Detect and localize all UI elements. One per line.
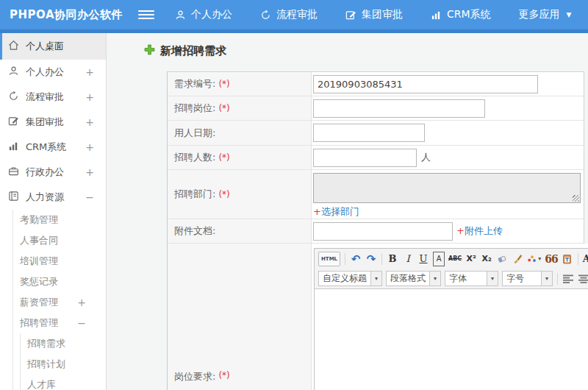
strikethrough-button[interactable]: ABC [448,252,462,266]
topnav-group-approval[interactable]: 集团审批 [345,8,403,21]
chart-icon [8,141,19,154]
headcount-unit: 人 [421,151,431,164]
department-textarea[interactable] [313,173,581,203]
edit-icon [8,116,19,129]
caret-down-icon: ▼ [567,11,572,18]
expander-plus[interactable]: + [85,91,94,103]
subscript-button[interactable]: X₂ [481,252,492,266]
editor-toolbar-1: HTML ↶ ↷ B I U A ABC X² X₂ [315,249,588,269]
position-input[interactable] [313,99,485,118]
source-code-button[interactable]: HTML [318,252,340,266]
font-family-select[interactable]: 字体▾ [445,271,498,286]
process-icon [8,91,19,104]
user-icon [175,10,186,21]
undo-icon[interactable]: ↶ [350,252,362,266]
recruit-request-form: 需求编号:(*) 招聘岗位:(*) 用人日期: 招聘人数:(*) 人 [167,71,584,390]
expander-plus[interactable]: + [85,66,94,78]
topbar: PHPOA协同办公软件 个人办公 流程审批 集团审批 [0,0,588,33]
select-department-link[interactable]: +选择部门 [313,205,359,219]
redo-icon[interactable]: ↷ [365,252,377,266]
top-nav: 个人办公 流程审批 集团审批 CRM系统 更多应用 [175,8,572,21]
sidebar-item-personnel-contract[interactable]: 人事合同 [13,230,106,251]
request-number-input[interactable] [313,75,538,93]
main-content: 新增招聘需求 需求编号:(*) 招聘岗位:(*) 用人日期: 招聘人数:(*) [107,33,588,390]
sidebar-item-crm[interactable]: CRM系统 + [0,135,106,160]
caret-down-icon: ▾ [538,255,541,262]
resize-grip[interactable] [573,195,579,202]
superscript-button[interactable]: X² [465,252,477,266]
custom-heading-select[interactable]: 自定义标题▾ [318,271,382,286]
recruitment-submenu: 招聘需求 招聘计划 人才库 [20,333,106,390]
topnav-personal-office[interactable]: 个人办公 [175,8,232,21]
expander-minus[interactable]: − [85,191,94,203]
menu-toggle-icon[interactable] [138,10,154,19]
paste-plain-icon[interactable] [562,252,573,266]
hr-book-icon [8,191,19,204]
sidebar-item-personal-desktop[interactable]: 个人桌面 [0,33,106,60]
process-icon [260,10,271,21]
user-icon [8,65,19,79]
align-left-icon[interactable] [562,272,574,286]
sidebar-item-group-approval[interactable]: 集团审批 + [0,110,106,135]
paragraph-format-select[interactable]: 段落格式▾ [386,271,441,286]
expander-plus[interactable]: + [85,116,94,128]
form-row-headcount: 招聘人数:(*) 人 [168,146,584,170]
bold-button[interactable]: B [387,252,398,266]
page-title: 新增招聘需求 [143,42,588,60]
form-row-request-number: 需求编号:(*) [168,72,584,96]
sidebar-item-recruit-plan[interactable]: 招聘计划 [21,354,106,375]
caret-down-icon: ▾ [541,272,552,286]
italic-button[interactable]: I [402,252,414,266]
underline-button[interactable]: U [417,252,429,266]
sidebar: 个人桌面 个人办公 + 流程审批 + 集团审批 + [0,33,107,390]
sidebar-item-talent-pool[interactable]: 人才库 [21,375,106,390]
plus-icon [143,43,156,59]
expander-plus[interactable]: + [85,166,94,178]
hr-submenu: 考勤管理 人事合同 培训管理 奖惩记录 薪资管理 + 招聘管理 − 招聘需求 招… [12,210,106,390]
expander-plus[interactable]: + [85,141,94,153]
headcount-input[interactable] [313,149,417,167]
caret-down-icon: ▾ [370,272,381,286]
format-brush-icon[interactable] [512,252,523,266]
expander-minus[interactable]: − [77,317,86,329]
emoticon-color-icon[interactable]: ▾ [527,252,541,266]
blockquote-button[interactable]: 66 [545,252,557,266]
sidebar-item-attendance[interactable]: 考勤管理 [13,210,106,230]
attachment-upload-link[interactable]: +附件上传 [456,224,503,238]
attachment-input[interactable] [313,222,453,241]
sidebar-item-salary[interactable]: 薪资管理 + [13,292,106,313]
form-row-job-requirements: 岗位要求:(*) HTML ↶ ↷ B I U A [168,244,584,390]
sidebar-item-hr[interactable]: 人力资源 − [0,185,106,210]
eraser-icon[interactable] [496,252,508,266]
topnav-crm[interactable]: CRM系统 [431,8,491,21]
topnav-more-apps[interactable]: 更多应用 ▼ [519,8,572,21]
app-logo: PHPOA协同办公软件 [0,8,138,22]
rich-text-editor: HTML ↶ ↷ B I U A ABC X² X₂ [314,248,588,390]
sidebar-item-training[interactable]: 培训管理 [13,251,106,272]
edit-icon [345,10,356,21]
form-row-position: 招聘岗位:(*) [168,96,584,121]
font-size-select[interactable]: 字号▾ [502,271,553,286]
sidebar-item-personal-office[interactable]: 个人办公 + [0,60,106,85]
caret-down-icon: ▾ [487,272,498,286]
briefcase-icon [8,166,19,179]
topnav-workflow-approval[interactable]: 流程审批 [260,8,318,21]
form-row-attachment: 附件文档: +附件上传 [168,219,584,244]
hire-date-input[interactable] [313,124,425,142]
editor-toolbar-2: 自定义标题▾ 段落格式▾ 字体▾ 字号▾ [315,269,588,288]
sidebar-item-admin-office[interactable]: 行政办公 + [0,160,106,185]
form-row-hire-date: 用人日期: [168,121,584,146]
font-color-button[interactable]: A▾ [583,252,588,266]
sidebar-item-workflow-approval[interactable]: 流程审批 + [0,85,106,110]
form-row-department: 招聘部门:(*) +选择部门 [168,170,584,219]
align-center-icon[interactable] [578,272,588,286]
sidebar-item-recruitment[interactable]: 招聘管理 − [13,313,106,333]
expander-plus[interactable]: + [77,297,86,308]
chart-icon [431,10,442,21]
sidebar-item-recruit-request[interactable]: 招聘需求 [21,333,106,354]
home-icon [8,40,19,53]
sidebar-item-rewards[interactable]: 奖惩记录 [13,272,106,292]
editor-content-area[interactable] [315,288,588,390]
caret-down-icon: ▾ [429,272,440,286]
char-border-button[interactable]: A [433,252,445,266]
